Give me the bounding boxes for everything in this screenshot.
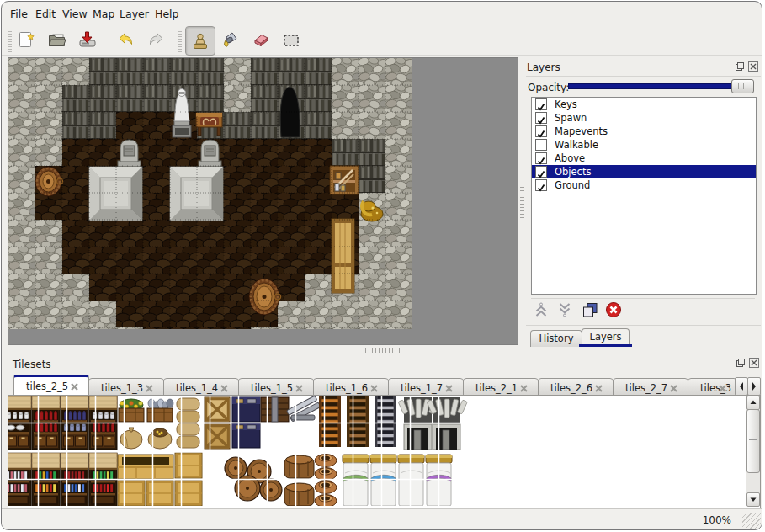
close-tab-icon[interactable] [520,385,528,392]
tileset-tab-label: tiles_1_5 [251,382,293,394]
application-window: FileEditViewMapLayerHelp LayersOpacity: … [1,1,762,530]
tab-scroll-right-button[interactable] [747,377,761,396]
layer-visibility-checkbox[interactable] [535,166,547,178]
menu-help[interactable]: Help [155,8,179,20]
select-tool-button[interactable] [279,28,303,51]
layer-row-above[interactable]: Above [532,152,756,165]
close-tab-icon[interactable] [719,385,726,392]
move-layer-up-button[interactable] [533,301,551,320]
layer-row-walkable[interactable]: Walkable [532,138,756,152]
layers-panel-title: Layers [527,61,560,73]
tileset-tab-tiles_2_7[interactable]: tiles_2_7 [613,378,688,396]
tab-scroll-left-button[interactable] [735,377,748,396]
tileset-item-crateX [205,424,230,449]
scrollbar-thumb[interactable] [746,409,760,473]
tileset-tab-tiles_1_6[interactable]: tiles_1_6 [313,378,389,396]
splitter-grip [365,348,402,353]
layer-row-objects[interactable]: Objects [532,165,756,178]
slider-handle[interactable] [731,79,754,93]
layer-name: Keys [555,98,577,110]
opacity-slider[interactable] [568,79,753,93]
duplicate-layer-button[interactable] [582,301,600,320]
tileset-item-bed [343,455,369,506]
tileset-tab-tiles_2_6[interactable]: tiles_2_6 [538,378,614,396]
menu-view[interactable]: View [62,8,88,20]
status-bar: 100% [2,508,762,530]
layer-row-mapevents[interactable]: Mapevents [532,125,756,138]
fill-tool-button[interactable] [219,28,242,51]
tileset-tab-tiles_1_7[interactable]: tiles_1_7 [388,378,464,396]
layer-visibility-checkbox[interactable] [535,112,547,124]
panel-tab-history[interactable]: History [530,330,582,347]
menu-layer[interactable]: Layer [120,8,149,20]
undo-button[interactable] [114,28,137,51]
toolbar-grip[interactable] [8,29,12,52]
tileset-item-crateX [205,397,230,422]
toolbar-grip[interactable] [178,29,182,52]
tileset-tab-label: tiles_3 [700,382,731,394]
tileset-tab-label: tiles_1_4 [176,382,218,394]
open-file-button[interactable] [45,28,69,51]
move-layer-down-icon [556,301,573,318]
close-tab-icon[interactable] [370,385,378,392]
map-viewport[interactable] [8,57,518,345]
delete-layer-button[interactable] [605,301,624,320]
tileset-item-bed [370,455,396,506]
map-object-headstone [118,140,141,167]
menu-edit[interactable]: Edit [35,8,56,20]
layer-row-keys[interactable]: Keys [532,98,756,111]
close-tab-icon[interactable] [670,385,677,392]
tileset-tab-tiles_2_1[interactable]: tiles_2_1 [463,378,539,396]
close-tab-icon[interactable] [220,385,228,392]
eraser-tool-button[interactable] [249,28,273,51]
tileset-tab-tiles_1_3[interactable]: tiles_1_3 [88,378,164,396]
tileset-item-archWhite [427,397,467,423]
menu-file[interactable]: File [10,8,28,20]
tileset-tab-tiles_1_4[interactable]: tiles_1_4 [163,378,239,396]
scroll-down-button[interactable] [746,492,760,507]
tileset-canvas[interactable] [8,395,761,508]
open-file-icon [46,29,68,50]
tileset-scrollbar[interactable] [746,396,760,506]
tileset-tab-label: tiles_1_3 [101,382,143,394]
layer-visibility-checkbox[interactable] [535,152,547,164]
close-tab-icon[interactable] [71,383,78,391]
close-panel-icon[interactable] [749,358,759,368]
zoom-level: 100% [703,514,731,526]
save-file-icon [77,29,98,50]
layer-visibility-checkbox[interactable] [535,139,547,151]
new-file-button[interactable] [15,28,39,51]
stamp-tool-button[interactable] [185,26,215,56]
close-tab-icon[interactable] [595,385,603,392]
resize-grip[interactable] [742,513,761,530]
tileset-item-planterStone [147,399,173,422]
save-file-button[interactable] [76,28,99,51]
menu-map[interactable]: Map [93,8,114,20]
layer-visibility-checkbox[interactable] [535,179,547,191]
layer-visibility-checkbox[interactable] [535,98,547,110]
layer-row-ground[interactable]: Ground [532,178,756,192]
fill-tool-icon [220,29,242,50]
redo-button[interactable] [145,28,168,51]
move-layer-down-button[interactable] [556,301,575,320]
layer-list: KeysSpawnMapeventsWalkableAboveObjectsGr… [531,97,757,295]
tileset-tab-tiles_1_5[interactable]: tiles_1_5 [238,378,314,396]
horizontal-splitter[interactable] [8,347,761,354]
tileset-tab-label: tiles_2_1 [475,382,518,394]
tileset-item-ladder [347,396,369,447]
layer-row-spawn[interactable]: Spawn [532,111,756,125]
layer-name: Walkable [555,139,598,151]
close-tab-icon[interactable] [146,385,153,392]
close-tab-icon[interactable] [295,385,303,392]
float-panel-icon[interactable] [735,61,745,72]
tileset-tab-label: tiles_2_5 [26,380,68,392]
vertical-splitter[interactable] [518,57,526,345]
layer-visibility-checkbox[interactable] [535,125,547,137]
close-panel-icon[interactable] [748,61,758,72]
close-tab-icon[interactable] [445,385,453,392]
tileset-tab-tiles_3[interactable]: tiles_3 [688,378,737,396]
stamp-tool-icon [189,31,211,51]
tileset-item-yellowCrate [175,453,202,478]
float-panel-icon[interactable] [736,358,746,368]
scroll-up-button[interactable] [746,396,760,410]
